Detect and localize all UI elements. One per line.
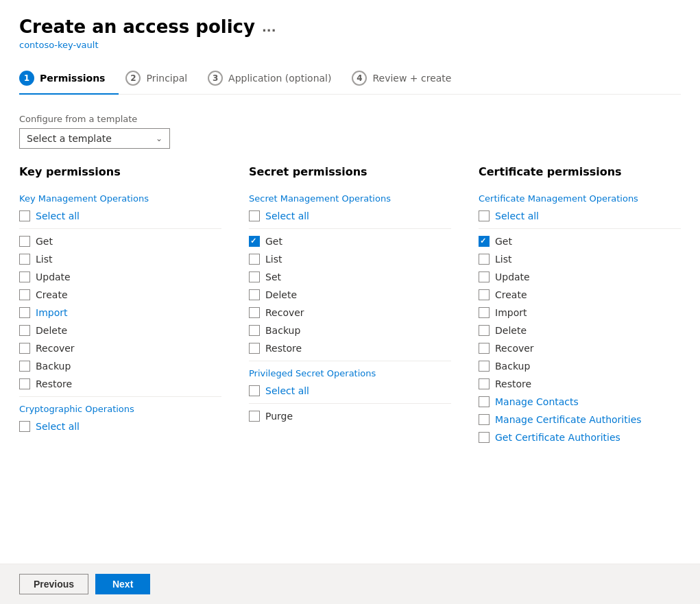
cert-restore-checkbox[interactable] — [479, 378, 490, 389]
cert-manage-contacts-checkbox[interactable] — [479, 396, 490, 407]
cert-restore-label[interactable]: Restore — [495, 378, 531, 389]
key-update-checkbox[interactable] — [19, 271, 30, 282]
cert-backup-label[interactable]: Backup — [495, 361, 530, 372]
cert-recover-checkbox[interactable] — [479, 343, 490, 354]
cert-create-label[interactable]: Create — [495, 289, 527, 300]
cert-list-checkbox[interactable] — [479, 254, 490, 265]
template-dropdown[interactable]: Select a template ⌄ — [19, 128, 170, 149]
next-button[interactable]: Next — [95, 574, 150, 594]
key-backup-checkbox[interactable] — [19, 361, 30, 372]
key-list-label[interactable]: List — [36, 254, 52, 265]
sec-recover-item: Recover — [249, 307, 451, 318]
key-import-label[interactable]: Import — [36, 307, 67, 318]
template-placeholder: Select a template — [27, 133, 112, 144]
cert-get-item: Get — [479, 236, 681, 247]
previous-button[interactable]: Previous — [19, 574, 88, 594]
sec-recover-checkbox[interactable] — [249, 307, 260, 318]
step-principal[interactable]: 2 Principal — [125, 64, 201, 94]
cert-update-label[interactable]: Update — [495, 271, 530, 282]
more-options-icon[interactable]: ... — [262, 20, 276, 34]
cert-update-item: Update — [479, 271, 681, 282]
cert-backup-item: Backup — [479, 361, 681, 372]
sec-get-checkbox[interactable] — [249, 236, 260, 247]
sec-priv-select-all-checkbox[interactable] — [249, 385, 260, 396]
cert-get-ca-label[interactable]: Get Certificate Authorities — [495, 432, 620, 443]
sec-recover-label[interactable]: Recover — [265, 307, 304, 318]
key-delete-label[interactable]: Delete — [36, 325, 67, 336]
sec-backup-label[interactable]: Backup — [265, 325, 300, 336]
key-restore-label[interactable]: Restore — [36, 378, 72, 389]
cert-list-label[interactable]: List — [495, 254, 511, 265]
key-backup-label[interactable]: Backup — [36, 361, 71, 372]
sec-delete-label[interactable]: Delete — [265, 289, 297, 300]
cert-list-item: List — [479, 254, 681, 265]
cert-get-checkbox[interactable] — [479, 236, 490, 247]
sec-select-all-label[interactable]: Select all — [265, 210, 309, 221]
cert-select-all-label[interactable]: Select all — [495, 210, 539, 221]
sec-restore-label[interactable]: Restore — [265, 343, 302, 354]
step-permissions[interactable]: 1 Permissions — [19, 64, 119, 94]
cert-select-all-item: Select all — [479, 210, 681, 221]
cert-manage-contacts-item: Manage Contacts — [479, 396, 681, 407]
key-get-item: Get — [19, 236, 221, 247]
key-import-checkbox[interactable] — [19, 307, 30, 318]
cert-import-item: Import — [479, 307, 681, 318]
wizard-steps: 1 Permissions 2 Principal 3 Application … — [19, 64, 681, 95]
key-crypto-select-all-item: Select all — [19, 421, 221, 432]
sec-list-checkbox[interactable] — [249, 254, 260, 265]
cert-get-ca-checkbox[interactable] — [479, 432, 490, 443]
sec-backup-checkbox[interactable] — [249, 325, 260, 336]
subtitle-link[interactable]: contoso-key-vault — [19, 40, 681, 50]
step-review-create[interactable]: 4 Review + create — [352, 64, 465, 94]
sec-backup-item: Backup — [249, 325, 451, 336]
cert-manage-ca-label[interactable]: Manage Certificate Authorities — [495, 414, 642, 425]
cert-create-checkbox[interactable] — [479, 289, 490, 300]
cert-import-checkbox[interactable] — [479, 307, 490, 318]
key-select-all-label[interactable]: Select all — [36, 210, 80, 221]
cert-select-all-checkbox[interactable] — [479, 210, 490, 221]
sec-set-checkbox[interactable] — [249, 271, 260, 282]
sec-list-label[interactable]: List — [265, 254, 282, 265]
cert-delete-label[interactable]: Delete — [495, 325, 527, 336]
chevron-down-icon: ⌄ — [156, 134, 162, 143]
key-create-label[interactable]: Create — [36, 289, 68, 300]
cert-recover-item: Recover — [479, 343, 681, 354]
step-application[interactable]: 3 Application (optional) — [208, 64, 345, 94]
sec-set-label[interactable]: Set — [265, 271, 281, 282]
key-recover-checkbox[interactable] — [19, 343, 30, 354]
key-delete-item: Delete — [19, 325, 221, 336]
sec-restore-checkbox[interactable] — [249, 343, 260, 354]
key-create-checkbox[interactable] — [19, 289, 30, 300]
crypto-ops-title: Cryptographic Operations — [19, 404, 221, 414]
key-crypto-select-all-checkbox[interactable] — [19, 421, 30, 432]
cert-manage-contacts-label[interactable]: Manage Contacts — [495, 396, 579, 407]
key-get-checkbox[interactable] — [19, 236, 30, 247]
cert-recover-label[interactable]: Recover — [495, 343, 534, 354]
key-list-checkbox[interactable] — [19, 254, 30, 265]
key-select-all-checkbox[interactable] — [19, 210, 30, 221]
key-restore-checkbox[interactable] — [19, 378, 30, 389]
cert-delete-checkbox[interactable] — [479, 325, 490, 336]
sec-select-all-checkbox[interactable] — [249, 210, 260, 221]
sec-priv-select-all-label[interactable]: Select all — [265, 385, 309, 396]
key-delete-checkbox[interactable] — [19, 325, 30, 336]
key-backup-item: Backup — [19, 361, 221, 372]
step-label-2: Principal — [146, 73, 187, 84]
sec-purge-checkbox[interactable] — [249, 411, 260, 422]
sec-select-all-item: Select all — [249, 210, 451, 221]
cert-delete-item: Delete — [479, 325, 681, 336]
key-get-label[interactable]: Get — [36, 236, 53, 247]
key-recover-label[interactable]: Recover — [36, 343, 75, 354]
key-update-label[interactable]: Update — [36, 271, 71, 282]
cert-update-checkbox[interactable] — [479, 271, 490, 282]
cert-backup-checkbox[interactable] — [479, 361, 490, 372]
title-text: Create an access policy — [19, 16, 255, 37]
step-circle-1: 1 — [19, 71, 34, 86]
cert-manage-ca-checkbox[interactable] — [479, 414, 490, 425]
sec-get-label[interactable]: Get — [265, 236, 282, 247]
sec-purge-label[interactable]: Purge — [265, 411, 293, 422]
cert-get-label[interactable]: Get — [495, 236, 512, 247]
key-crypto-select-all-label[interactable]: Select all — [36, 421, 80, 432]
sec-delete-checkbox[interactable] — [249, 289, 260, 300]
cert-import-label[interactable]: Import — [495, 307, 527, 318]
